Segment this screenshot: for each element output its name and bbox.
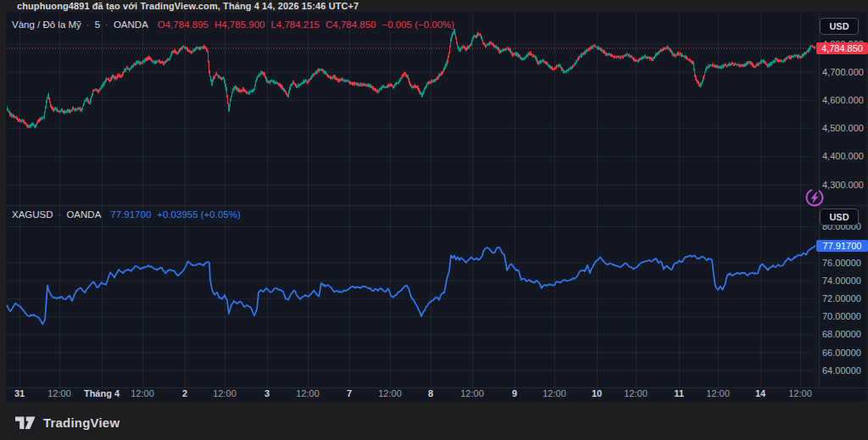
legend-separator: · xyxy=(105,19,108,30)
change-value: +0.03955 (+0.05%) xyxy=(157,209,240,220)
currency-button-gold[interactable]: USD xyxy=(820,18,859,35)
tradingview-logo-icon[interactable] xyxy=(15,412,36,432)
lightning-bolt-icon xyxy=(811,192,819,204)
flash-boost-icon[interactable] xyxy=(803,186,826,209)
price-axis-gold[interactable] xyxy=(819,12,866,205)
open-value: O4,784.895 xyxy=(158,19,209,30)
footer-bar: TradingView xyxy=(15,409,120,435)
silver-pane-legend: XAGUSD · OANDA 77.91700 +0.03955 (+0.05%… xyxy=(12,209,241,220)
exchange-label: OANDA xyxy=(66,209,101,220)
high-value: H4,785.900 xyxy=(214,19,264,30)
brand-name[interactable]: TradingView xyxy=(43,415,120,430)
symbol-title[interactable]: XAGUSD xyxy=(12,209,53,220)
logo-glyph-1 xyxy=(15,417,24,429)
symbol-title[interactable]: Vàng / Đô la Mỹ xyxy=(12,19,81,30)
logo-glyph-7 xyxy=(25,417,36,429)
currency-button-silver[interactable]: USD xyxy=(820,209,859,226)
chart-plot-area[interactable] xyxy=(6,12,819,387)
legend-separator: · xyxy=(58,209,62,220)
last-price-label-silver: 77.91700 xyxy=(816,240,868,252)
gold-pane-legend: Vàng / Đô la Mỹ · 5 · OANDA O4,784.895 H… xyxy=(12,19,454,30)
ohlc-values: O4,784.895 H4,785.900 L4,784.215 C4,784.… xyxy=(158,19,454,30)
low-value: L4,784.215 xyxy=(270,19,320,30)
legend-separator: · xyxy=(86,19,90,30)
tradingview-snapshot-page: { "attribution_bar": { "text": "chuphuon… xyxy=(0,0,868,440)
close-value: C4,784.850 xyxy=(326,19,376,30)
line-values: 77.91700 +0.03955 (+0.05%) xyxy=(110,209,240,220)
chart-widget: 4,800.0004,700.0004,600.0004,500.0004,40… xyxy=(6,12,866,402)
attribution-text: chuphuong4891 đã tạo với TradingView.com… xyxy=(17,1,359,11)
interval-label: 5 xyxy=(95,19,100,30)
time-axis[interactable] xyxy=(6,387,819,402)
price-axis-silver[interactable] xyxy=(819,205,866,387)
last-price-label-gold: 4,784.850 xyxy=(816,42,868,54)
change-value: −0.005 (−0.00%) xyxy=(382,19,455,30)
last-value: 77.91700 xyxy=(110,209,151,220)
attribution-bar: chuphuong4891 đã tạo với TradingView.com… xyxy=(17,0,359,13)
exchange-label: OANDA xyxy=(114,19,148,30)
